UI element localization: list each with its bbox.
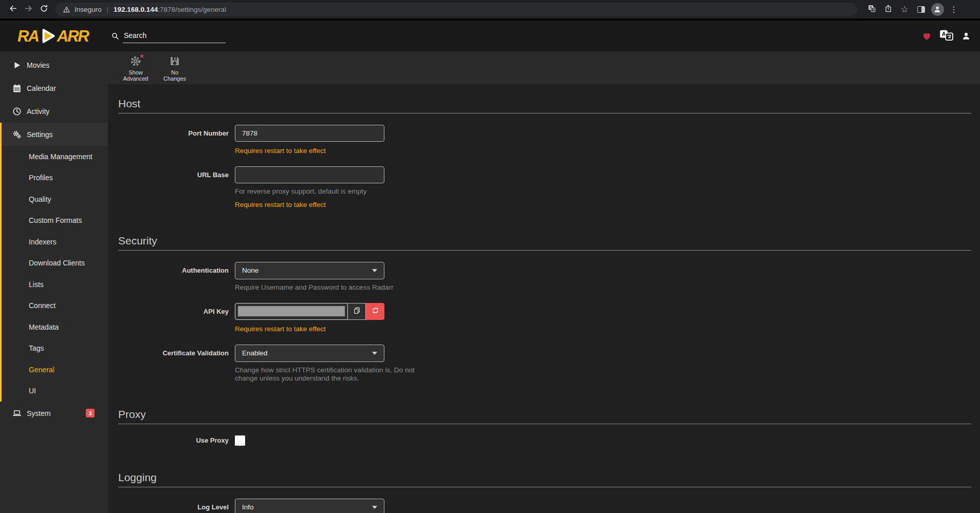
- field-label: URL Base: [118, 171, 229, 179]
- sidebar-item-activity[interactable]: Activity: [0, 100, 108, 123]
- radarr-logo[interactable]: RA ARR: [17, 26, 88, 46]
- form-row-certificate-validation: Certificate ValidationEnabledChange how …: [118, 345, 971, 383]
- sidebar-subitem-label: General: [29, 366, 54, 374]
- sidebar-subitem-label: Connect: [29, 301, 56, 310]
- field-notes: For reverse proxy support, default is em…: [235, 187, 971, 209]
- form-row-url-base: URL BaseFor reverse proxy support, defau…: [118, 166, 971, 209]
- not-secure-warning-icon: [63, 6, 70, 13]
- field-label: API Key: [118, 308, 229, 315]
- show-advanced-label-2: Advanced: [123, 75, 149, 82]
- url-base-input[interactable]: [235, 166, 384, 183]
- sidebar-item-media-management[interactable]: Media Management: [2, 146, 108, 167]
- search-input[interactable]: [123, 29, 226, 43]
- sidebar-item-profiles[interactable]: Profiles: [2, 167, 108, 189]
- sidebar-item-quality[interactable]: Quality: [2, 188, 108, 210]
- section-heading-security: Security: [118, 235, 971, 251]
- sidebar-subitem-label: Metadata: [29, 323, 59, 331]
- sidebar-item-label: Calendar: [27, 84, 56, 92]
- chevron-down-icon: [372, 352, 377, 355]
- advanced-gear-icon: ✕: [130, 55, 142, 67]
- certificate-validation-select[interactable]: Enabled: [235, 345, 384, 362]
- settings-content: HostPort NumberRequires restart to take …: [108, 84, 980, 513]
- sidebar-item-settings[interactable]: Settings: [2, 123, 108, 146]
- helper-text: Change how strict HTTPS certification va…: [235, 366, 971, 383]
- use-proxy-checkbox[interactable]: [235, 435, 245, 446]
- browser-profile-avatar[interactable]: [930, 2, 945, 16]
- sidebar-item-custom-formats[interactable]: Custom Formats: [2, 210, 108, 232]
- user-icon[interactable]: [961, 31, 971, 41]
- select-value: Enabled: [242, 349, 372, 357]
- address-bar[interactable]: Inseguro | 192.168.0.144 :7878/settings/…: [56, 3, 857, 16]
- search-icon: [111, 32, 119, 40]
- show-advanced-label-1: Show: [123, 69, 149, 75]
- sidebar-item-calendar[interactable]: Calendar: [0, 77, 108, 100]
- sidebar-subitem-label: Quality: [29, 195, 51, 203]
- form-row-log-level: Log LevelInfo: [118, 499, 971, 513]
- sidebar-item-label: Activity: [27, 107, 49, 116]
- no-changes-label-2: Changes: [163, 75, 186, 82]
- sidebar-item-indexers[interactable]: Indexers: [2, 231, 108, 253]
- restart-warning-text: Requires restart to take effect: [235, 147, 971, 155]
- field-control: [235, 303, 384, 320]
- browser-menu-icon[interactable]: ⋮: [947, 2, 961, 16]
- side-panel-icon[interactable]: [914, 2, 928, 16]
- sidebar-item-ui[interactable]: UI: [2, 381, 108, 402]
- copy: [353, 307, 361, 316]
- sidebar-item-metadata[interactable]: Metadata: [2, 316, 108, 338]
- forward-icon[interactable]: [21, 2, 36, 17]
- select-value: Info: [242, 503, 372, 511]
- field-label: Log Level: [118, 503, 229, 511]
- form-row-authentication: AuthenticationNoneRequire Username and P…: [118, 262, 971, 292]
- no-changes-label-1: No: [163, 69, 186, 75]
- port-number-input[interactable]: [235, 125, 384, 142]
- authentication-select[interactable]: None: [235, 262, 384, 279]
- back-icon[interactable]: [5, 2, 21, 17]
- system-health-badge: 3: [86, 409, 95, 417]
- sidebar-item-movies[interactable]: Movies: [0, 53, 108, 77]
- sidebar-item-label: System: [27, 409, 51, 417]
- browser-toolbar: Inseguro | 192.168.0.144 :7878/settings/…: [0, 0, 980, 18]
- bookmark-star-icon[interactable]: ☆: [897, 2, 912, 16]
- donate-heart-icon[interactable]: [922, 31, 932, 41]
- sidebar-item-general[interactable]: General: [2, 359, 108, 381]
- settings-group: SettingsMedia ManagementProfilesQualityC…: [0, 123, 108, 402]
- show-advanced-button[interactable]: ✕ Show Advanced: [117, 51, 154, 82]
- field-label: Port Number: [118, 129, 229, 137]
- share-icon[interactable]: [881, 2, 895, 16]
- translate-page-icon[interactable]: A: [939, 29, 954, 43]
- url-divider: |: [107, 6, 108, 13]
- section-heading-logging: Logging: [118, 471, 971, 487]
- save-changes-button[interactable]: No Changes: [156, 51, 193, 82]
- field-control: [235, 125, 384, 142]
- sidebar-subitem-label: Custom Formats: [29, 216, 82, 224]
- app-header: RA ARR A: [0, 21, 980, 51]
- api-key-input[interactable]: [235, 303, 348, 320]
- logo-text-right: ARR: [57, 28, 88, 44]
- sidebar-item-label: Movies: [27, 61, 49, 69]
- advanced-off-badge: ✕: [138, 53, 145, 60]
- url-host: 192.168.0.144: [114, 6, 158, 13]
- sidebar-item-tags[interactable]: Tags: [2, 338, 108, 359]
- copy-api-key-button[interactable]: [348, 303, 366, 320]
- security-label: Inseguro: [75, 6, 102, 13]
- form-row-port-number: Port NumberRequires restart to take effe…: [118, 125, 971, 155]
- sidebar-item-download-clients[interactable]: Download Clients: [2, 253, 108, 274]
- field-notes: Requires restart to take effect: [235, 325, 971, 333]
- section-heading-host: Host: [118, 98, 971, 113]
- form-row-use-proxy: Use Proxy: [118, 435, 971, 446]
- restart-warning-text: Requires restart to take effect: [235, 201, 971, 209]
- regenerate-api-key-button[interactable]: [366, 303, 384, 320]
- sidebar-subitem-label: Profiles: [29, 174, 53, 182]
- sidebar-subitem-label: Indexers: [29, 238, 57, 246]
- sidebar-item-system[interactable]: System3: [0, 402, 108, 425]
- logo-play-icon: [38, 26, 58, 46]
- sidebar-item-connect[interactable]: Connect: [2, 295, 108, 317]
- reload-icon[interactable]: [36, 2, 51, 17]
- translate-icon[interactable]: A: [864, 2, 879, 16]
- field-control: None: [235, 262, 384, 279]
- laptop-icon: [12, 409, 22, 418]
- log-level-select[interactable]: Info: [235, 499, 384, 513]
- sidebar-subitem-label: Tags: [29, 344, 44, 352]
- sidebar-item-lists[interactable]: Lists: [2, 274, 108, 295]
- field-notes: Requires restart to take effect: [235, 147, 971, 155]
